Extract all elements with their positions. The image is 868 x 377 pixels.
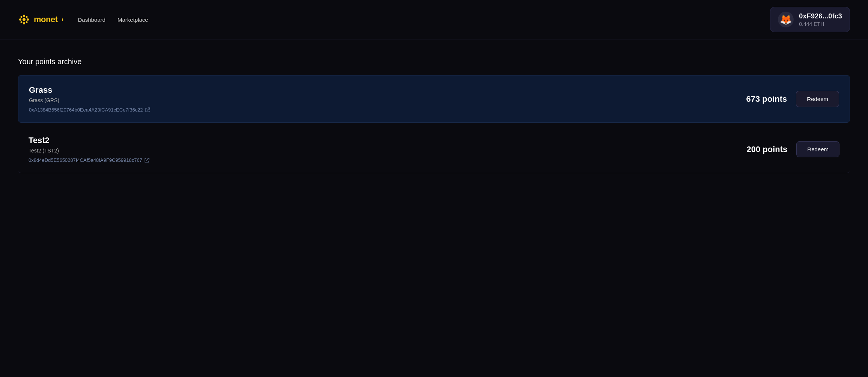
external-link-icon-grass[interactable] — [145, 107, 150, 112]
redeem-button-grass[interactable]: Redeem — [796, 91, 839, 107]
header: monetℹ Dashboard Marketplace 🦊 0xF926...… — [0, 0, 868, 39]
item-ticker-grass: Grass (GRS) — [29, 97, 150, 103]
header-left: monetℹ Dashboard Marketplace — [18, 14, 148, 26]
logo-superscript: ℹ — [62, 17, 63, 22]
svg-point-6 — [26, 21, 28, 23]
svg-point-0 — [23, 18, 26, 21]
item-points-grass: 673 points — [746, 94, 787, 104]
archive-item-test2: Test2 Test2 (TST2) 0x8d4eDd5E5650287f4CA… — [18, 126, 850, 173]
svg-point-2 — [23, 22, 25, 24]
svg-point-3 — [19, 18, 21, 21]
item-address-grass: 0xA1384B556f20764b0Eea4A23fCA91cECe7f36c… — [29, 107, 150, 113]
item-address-test2: 0x8d4eDd5E5650287f4CAf5a48fA9F9C959918c7… — [29, 157, 149, 163]
nav-marketplace[interactable]: Marketplace — [118, 17, 148, 23]
item-right-grass: 673 points Redeem — [746, 91, 839, 107]
section-title: Your points archive — [18, 57, 850, 66]
nav-dashboard[interactable]: Dashboard — [78, 17, 105, 23]
item-points-test2: 200 points — [746, 145, 787, 154]
item-info-test2: Test2 Test2 (TST2) 0x8d4eDd5E5650287f4CA… — [29, 136, 149, 163]
archive-item-grass: Grass Grass (GRS) 0xA1384B556f20764b0Eea… — [18, 75, 850, 123]
item-info-grass: Grass Grass (GRS) 0xA1384B556f20764b0Eea… — [29, 85, 150, 113]
wallet-balance: 0.444 ETH — [799, 21, 842, 27]
item-right-test2: 200 points Redeem — [746, 141, 839, 157]
metamask-icon: 🦊 — [778, 12, 794, 27]
logo[interactable]: monetℹ — [18, 14, 63, 26]
svg-point-4 — [27, 18, 29, 21]
wallet-info: 0xF926...0fc3 0.444 ETH — [799, 12, 842, 27]
svg-point-7 — [26, 16, 28, 18]
logo-text: monet — [34, 15, 58, 24]
wallet-widget[interactable]: 🦊 0xF926...0fc3 0.444 ETH — [770, 7, 850, 32]
redeem-button-test2[interactable]: Redeem — [796, 141, 839, 157]
item-name-test2: Test2 — [29, 136, 149, 145]
monet-logo-icon — [18, 14, 30, 26]
archive-list: Grass Grass (GRS) 0xA1384B556f20764b0Eea… — [18, 75, 850, 176]
wallet-address: 0xF926...0fc3 — [799, 12, 842, 20]
main-content: Your points archive Grass Grass (GRS) 0x… — [0, 39, 868, 194]
main-nav: Dashboard Marketplace — [78, 17, 148, 23]
item-name-grass: Grass — [29, 85, 150, 95]
svg-point-1 — [23, 15, 25, 17]
external-link-icon-test2[interactable] — [145, 158, 149, 163]
svg-point-8 — [21, 21, 23, 23]
svg-point-5 — [21, 16, 23, 18]
item-ticker-test2: Test2 (TST2) — [29, 148, 149, 154]
